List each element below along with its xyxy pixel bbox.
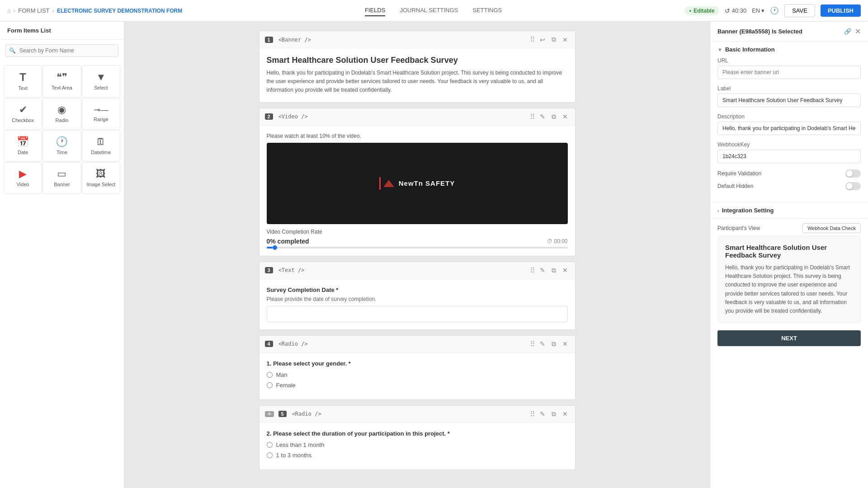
video-copy-btn[interactable]: ⧉ <box>550 112 558 122</box>
checkbox-icon: ✔ <box>19 105 27 115</box>
lang-selector[interactable]: EN ▾ <box>752 7 764 14</box>
drag-handle-radio4[interactable]: ⠿ <box>530 340 535 348</box>
banner-title: Smart Healthcare Solution User Feedback … <box>267 56 568 65</box>
video-logo: NewTn SAFETY <box>379 177 455 190</box>
form-item-date[interactable]: 📅 Date <box>4 130 42 162</box>
form-list-link[interactable]: FORM LIST <box>18 7 49 14</box>
label-input[interactable] <box>717 94 861 107</box>
video-stats: 0% completed ⏱ 00:00 <box>267 238 568 245</box>
radio4-copy-btn[interactable]: ⧉ <box>550 339 558 349</box>
form-item-range[interactable]: ⊸— Range <box>82 98 120 130</box>
form-item-video[interactable]: ▶ Video <box>4 162 42 194</box>
text-edit-btn[interactable]: ✎ <box>538 266 547 275</box>
banner-card: 1 <Banner /> ⠿ ↩ ⧉ ✕ Smart Healthcare So… <box>259 31 576 103</box>
text-copy-btn[interactable]: ⧉ <box>550 266 558 275</box>
drag-handle-banner[interactable]: ⠿ <box>530 35 535 44</box>
default-hidden-toggle[interactable] <box>845 182 861 190</box>
text-delete-btn[interactable]: ✕ <box>561 266 570 275</box>
card-num-2: 2 <box>265 113 273 120</box>
form-item-datetime[interactable]: 🗓 Datetime <box>82 130 120 162</box>
radio4-question: 1. Please select your gender. * <box>267 360 568 367</box>
banner-copy-btn[interactable]: ⧉ <box>550 35 558 44</box>
history-icon[interactable]: 🕐 <box>770 6 779 15</box>
form-item-date-label: Date <box>18 150 28 155</box>
form-item-select-label: Select <box>94 85 108 90</box>
radio-card-5-tag: <Radio /> <box>292 411 321 417</box>
right-panel: Banner (E98a5558) Is Selected 🔗 ✕ ▼ Basi… <box>710 22 868 488</box>
form-item-banner[interactable]: ▭ Banner <box>42 162 81 194</box>
webhook-key-label: WebhookKey <box>717 141 861 148</box>
basic-info-section-header[interactable]: ▼ Basic Information <box>710 42 868 57</box>
video-progress-bar <box>267 247 568 249</box>
hidden-badge: 👁 <box>265 411 274 417</box>
banner-undo-btn[interactable]: ↩ <box>538 35 547 44</box>
form-item-textarea[interactable]: ❝❞ Text Area <box>42 65 81 98</box>
video-card-body: Please watch at least 10% of the video. … <box>259 126 575 256</box>
tab-journal[interactable]: JOURNAL SETTINGS <box>400 5 458 16</box>
form-item-radio[interactable]: ◉ Radio <box>42 98 81 130</box>
home-icon: ⌂ <box>7 7 11 14</box>
text-field-input[interactable] <box>267 306 568 322</box>
form-item-checkbox[interactable]: ✔ Checkbox <box>4 98 42 130</box>
top-nav: ⌂ › FORM LIST › ELECTRONIC SURVEY DEMONS… <box>0 0 868 22</box>
default-hidden-row: Default Hidden <box>717 182 861 190</box>
search-box: 🔍 <box>0 40 124 61</box>
video-completion-label: Video Completion Rate <box>267 229 568 235</box>
form-item-time[interactable]: 🕐 Time <box>42 130 81 162</box>
banner-icon: ▭ <box>57 169 66 179</box>
video-delete-btn[interactable]: ✕ <box>561 112 570 121</box>
basic-info-section: ▼ Basic Information URL Label Descriptio… <box>710 42 868 202</box>
integration-section-header[interactable]: › Integration Setting <box>710 202 868 218</box>
require-validation-toggle[interactable] <box>845 169 861 178</box>
preview-card-title: Smart Healthcare Solution User Feedback … <box>725 244 853 259</box>
card-num-3: 3 <box>265 267 273 273</box>
webhook-data-check-btn[interactable]: Webhook Data Check <box>802 223 861 233</box>
right-panel-close-btn[interactable]: ✕ <box>855 27 861 36</box>
radio-card-4: 4 <Radio /> ⠿ ✎ ⧉ ✕ 1. Please select you… <box>259 335 576 400</box>
drag-handle-video[interactable]: ⠿ <box>530 113 535 121</box>
form-item-select[interactable]: ▼ Select <box>82 65 120 98</box>
publish-button[interactable]: PUBLISH <box>821 5 861 17</box>
image-select-icon: 🖼 <box>96 169 106 179</box>
banner-delete-btn[interactable]: ✕ <box>561 35 570 44</box>
form-item-image-select[interactable]: 🖼 Image Select <box>82 162 120 194</box>
form-canvas: 1 <Banner /> ⠿ ↩ ⧉ ✕ Smart Healthcare So… <box>124 22 710 488</box>
webhook-key-input[interactable] <box>717 150 861 163</box>
form-name-link[interactable]: ELECTRONIC SURVEY DEMONSTRATION FORM <box>57 8 182 14</box>
drag-handle-radio5[interactable]: ⠿ <box>530 410 535 418</box>
radio5-edit-btn[interactable]: ✎ <box>538 409 547 418</box>
datetime-icon: 🗓 <box>96 137 106 147</box>
right-panel-header-actions: 🔗 ✕ <box>844 27 861 36</box>
radio5-delete-btn[interactable]: ✕ <box>561 409 570 418</box>
form-item-checkbox-label: Checkbox <box>12 117 34 123</box>
webhook-key-field-row: WebhookKey <box>717 141 861 163</box>
video-edit-btn[interactable]: ✎ <box>538 112 547 121</box>
card-num-1: 1 <box>265 37 273 43</box>
time-icon: 🕐 <box>56 137 68 147</box>
panel-link-icon[interactable]: 🔗 <box>844 28 851 35</box>
video-card-tag: <Video /> <box>278 113 308 120</box>
form-item-banner-label: Banner <box>54 182 70 187</box>
search-input[interactable] <box>5 44 118 57</box>
tab-fields[interactable]: FIELDS <box>365 5 386 16</box>
next-button[interactable]: NEXT <box>717 330 861 346</box>
tab-settings[interactable]: SETTINGS <box>472 5 502 16</box>
description-input[interactable] <box>717 122 861 135</box>
require-validation-label: Require Validation <box>717 170 761 177</box>
form-item-text[interactable]: T Text <box>4 65 42 98</box>
radio4-delete-btn[interactable]: ✕ <box>561 339 570 348</box>
breadcrumb-sep: › <box>14 7 15 14</box>
breadcrumb-sep2: › <box>52 7 54 14</box>
radio5-copy-btn[interactable]: ⧉ <box>550 409 558 419</box>
default-hidden-label: Default Hidden <box>717 183 753 189</box>
text-card-header: 3 <Text /> ⠿ ✎ ⧉ ✕ <box>259 262 575 279</box>
url-input[interactable] <box>717 66 861 79</box>
url-label: URL <box>717 57 861 64</box>
drag-handle-text[interactable]: ⠿ <box>530 266 535 275</box>
video-thumbnail[interactable]: NewTn SAFETY <box>267 143 568 224</box>
radio-card-5: 👁 5 <Radio /> ⠿ ✎ ⧉ ✕ 2. Please select t… <box>259 405 576 470</box>
radio-card-5-body: 2. Please select the duration of your pa… <box>259 423 575 469</box>
radio4-edit-btn[interactable]: ✎ <box>538 339 547 348</box>
save-button[interactable]: SAVE <box>784 4 815 17</box>
video-note: Please watch at least 10% of the video. <box>267 133 568 139</box>
